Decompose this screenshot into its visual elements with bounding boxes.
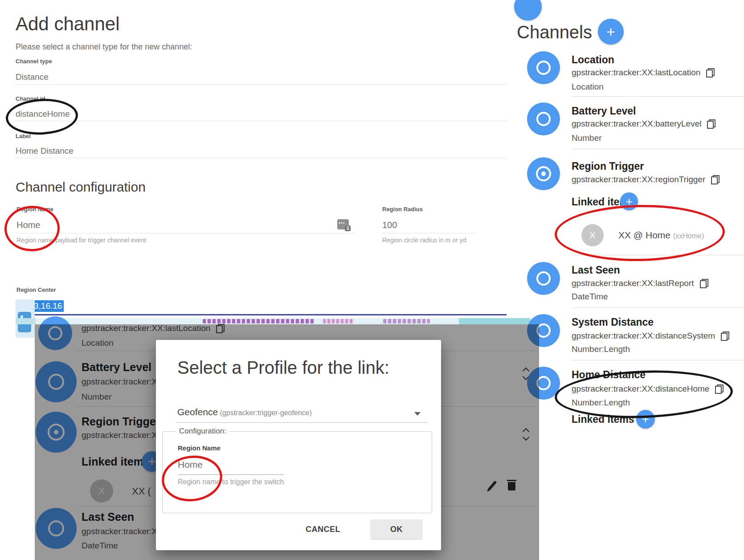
channel-id-input[interactable]: distanceHome	[16, 109, 69, 119]
add-link-button[interactable]: +	[620, 192, 638, 210]
channel-icon-battery	[527, 102, 560, 135]
page-title: Add channel	[16, 13, 120, 35]
channel-icon-location	[527, 51, 560, 84]
region-radius-underline	[382, 233, 476, 233]
copy-icon[interactable]	[700, 279, 708, 288]
linked-item-avatar: X	[581, 224, 604, 246]
label-field-label: Label	[16, 133, 31, 139]
region-name-underline	[16, 233, 355, 233]
app-window: Add channel Please select a channel type…	[0, 0, 744, 560]
channel-type-label: Channel type	[16, 58, 52, 65]
configuration-fieldset: Configuration: Region Name Home Region n…	[162, 431, 432, 513]
region-center-label: Region Center	[16, 286, 56, 293]
channel-id-row: gpstracker:tracker:XX:distanceHome	[572, 384, 724, 394]
channel-title: System Distance	[572, 316, 654, 328]
channel-title: Region Trigger	[572, 160, 644, 172]
channel-id-row: gpstracker:tracker:XX:distanceSystem	[572, 331, 729, 341]
cancel-button[interactable]: CANCEL	[290, 520, 356, 538]
channel-id-row: gpstracker:tracker:XX:lastReport	[572, 278, 708, 288]
dialog-region-name-label: Region Name	[178, 444, 221, 452]
channel-id-row: gpstracker:tracker:XX:batteryLevel	[572, 119, 715, 129]
channel-item-type: DateTime	[572, 292, 608, 302]
channel-type-underline	[16, 84, 507, 85]
channel-item-type: Number	[572, 133, 602, 143]
channel-item-type: Number:Length	[572, 398, 630, 408]
channel-id-underline	[16, 121, 507, 121]
region-radius-label: Region Radius	[382, 206, 423, 213]
region-radius-helper: Region circle radius in m or yd	[382, 237, 466, 244]
copy-icon[interactable]	[721, 331, 729, 341]
ok-button[interactable]: OK	[371, 519, 422, 539]
dialog-title: Select a Profile for the link:	[177, 358, 389, 378]
add-link-button[interactable]: +	[636, 410, 655, 429]
copy-icon[interactable]	[706, 68, 715, 78]
dialog-region-name-helper: Region name to trigger the switch	[178, 478, 284, 486]
label-field-input[interactable]: Home Distance	[16, 146, 74, 156]
channel-id-row: gpstracker:tracker:XX:regionTrigger	[572, 175, 719, 184]
channel-id-row: gpstracker:tracker:XX:lastLocation	[572, 68, 715, 78]
copy-icon[interactable]	[707, 119, 715, 129]
linked-item[interactable]: XX @ Home (xxHome)	[618, 230, 704, 241]
region-center-focus-underline	[16, 314, 507, 315]
filler-dots-icon: •••	[339, 220, 345, 225]
channel-title: Location	[572, 54, 614, 66]
copy-icon[interactable]	[711, 175, 719, 184]
channel-title: Last Seen	[572, 264, 620, 276]
channel-icon-last-seen	[527, 262, 560, 295]
filler-badge: 3	[345, 225, 351, 231]
profile-dialog: Select a Profile for the link: Geofence …	[156, 340, 441, 550]
form-subtitle: Please select a channel type for the new…	[16, 42, 192, 52]
channel-type-value[interactable]: Distance	[16, 72, 49, 82]
channel-icon-region-trigger	[527, 157, 560, 190]
channels-title: Channels	[517, 22, 592, 42]
dialog-region-name-input[interactable]: Home	[178, 459, 203, 470]
linked-items-label: Linked items	[572, 413, 634, 425]
channel-title: Home Distance	[572, 369, 646, 381]
scroll-top-button[interactable]	[514, 0, 542, 20]
channel-title: Battery Level	[572, 105, 636, 117]
channel-item-type: Number:Length	[572, 344, 630, 354]
channel-id-label: Channel id	[16, 95, 45, 102]
fieldset-legend: Configuration:	[176, 427, 229, 436]
region-name-helper: Region name payload for trigger channel …	[16, 237, 146, 244]
copy-icon[interactable]	[715, 384, 724, 394]
chevron-down-icon[interactable]	[414, 412, 421, 416]
section-title: Channel configuration	[16, 180, 146, 195]
label-field-underline	[16, 158, 507, 158]
region-name-label: Region Name	[16, 206, 53, 213]
add-channel-button[interactable]: +	[598, 19, 624, 45]
region-name-input[interactable]: Home	[16, 220, 40, 230]
form-filler-icon[interactable]: ••• 3	[337, 219, 349, 229]
region-radius-input[interactable]: 100	[382, 220, 397, 230]
profile-select[interactable]: Geofence (gpstracker:trigger-geofence)	[177, 407, 312, 417]
channel-item-type: Location	[572, 82, 604, 92]
